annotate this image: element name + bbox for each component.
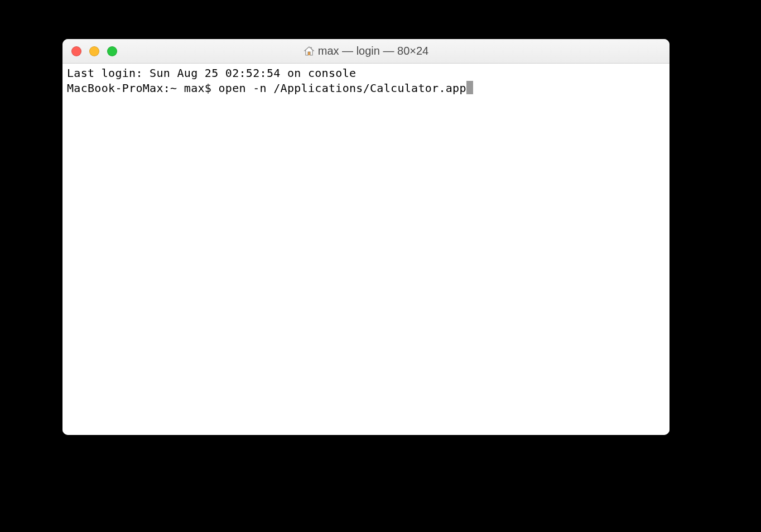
minimize-button[interactable] <box>89 46 99 56</box>
close-button[interactable] <box>71 46 81 56</box>
terminal-content[interactable]: Last login: Sun Aug 25 02:52:54 on conso… <box>62 64 670 435</box>
window-title-text: max — login — 80×24 <box>318 45 428 57</box>
traffic-lights <box>62 46 117 56</box>
svg-rect-0 <box>308 52 310 55</box>
home-icon <box>304 46 315 57</box>
terminal-prompt-line: MacBook-ProMax:~ max$ open -n /Applicati… <box>67 81 665 96</box>
terminal-prompt: MacBook-ProMax:~ max$ <box>67 81 219 95</box>
cursor <box>466 81 473 94</box>
window-title: max — login — 80×24 <box>62 45 670 57</box>
terminal-window: max — login — 80×24 Last login: Sun Aug … <box>62 39 670 435</box>
terminal-command[interactable]: open -n /Applications/Calculator.app <box>219 81 466 95</box>
titlebar[interactable]: max — login — 80×24 <box>62 39 670 64</box>
terminal-output-line: Last login: Sun Aug 25 02:52:54 on conso… <box>67 66 665 81</box>
maximize-button[interactable] <box>107 46 117 56</box>
